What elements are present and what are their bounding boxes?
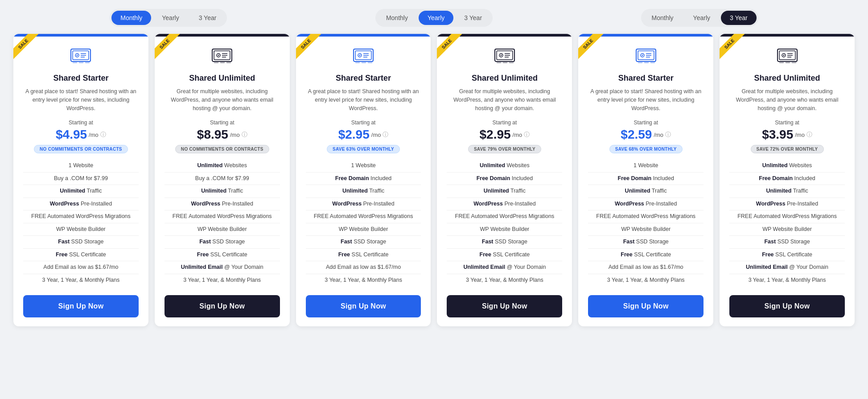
price-unit: /mo	[654, 132, 663, 138]
price-amount: $2.59	[621, 128, 652, 142]
plan-name: Shared Starter	[306, 74, 421, 83]
info-icon[interactable]: ⓘ	[806, 131, 812, 139]
pricing-card-4: Shared Unlimited Great for multiple webs…	[437, 34, 572, 326]
info-icon[interactable]: ⓘ	[242, 131, 247, 139]
pricing-card-5: Shared Starter A great place to start! S…	[578, 34, 713, 326]
feature-item: Free SSL Certificate	[729, 249, 845, 262]
features-list: Unlimited WebsitesBuy a .COM for $7.99Un…	[165, 160, 280, 286]
svg-rect-47	[638, 62, 642, 63]
feature-item: WP Website Builder	[23, 223, 139, 236]
feature-item: Free SSL Certificate	[306, 249, 421, 262]
signup-button-6[interactable]: Sign Up Now	[729, 295, 845, 317]
price-unit: /mo	[371, 132, 381, 138]
feature-item: Free Domain Included	[729, 173, 845, 185]
feature-item: WordPress Pre-Installed	[588, 198, 703, 211]
badge-text: NO COMMITMENTS OR CONTRACTS	[175, 145, 269, 153]
badge-pill: SAVE 72% OVER MONTHLY	[729, 144, 845, 153]
toggle-monthly-3[interactable]: Monthly	[643, 11, 683, 25]
toggle-groups-row: Monthly Yearly 3 Year Monthly Yearly 3 Y…	[9, 9, 859, 27]
plan-desc: A great place to start! Shared hosting w…	[306, 87, 421, 112]
price-unit: /mo	[513, 132, 522, 138]
toggle-3year-1[interactable]: 3 Year	[190, 11, 226, 25]
feature-item: WP Website Builder	[729, 223, 845, 236]
toggle-3year-2[interactable]: 3 Year	[455, 11, 491, 25]
price-row: $3.95 /mo ⓘ	[729, 128, 845, 142]
feature-item: Buy a .COM for $7.99	[23, 173, 139, 185]
info-icon[interactable]: ⓘ	[383, 131, 388, 139]
feature-item: Unlimited Websites	[729, 160, 845, 173]
price-row: $2.59 /mo ⓘ	[588, 128, 703, 142]
svg-point-43	[642, 55, 643, 56]
toggle-yearly-1[interactable]: Yearly	[153, 11, 188, 25]
info-icon[interactable]: ⓘ	[524, 131, 530, 139]
badge-text: SAVE 72% OVER MONTHLY	[751, 145, 824, 153]
sale-badge	[720, 34, 748, 62]
feature-item: FREE Automated WordPress Migrations	[588, 210, 703, 223]
plan-desc: Great for multiple websites, including W…	[447, 87, 562, 112]
card-body: Shared Unlimited Great for multiple webs…	[155, 37, 290, 326]
pricing-card-6: Shared Unlimited Great for multiple webs…	[720, 34, 855, 326]
starting-at-label: Starting at	[588, 119, 703, 126]
signup-button-4[interactable]: Sign Up Now	[447, 295, 562, 317]
sale-badge	[578, 34, 607, 62]
plan-name: Shared Unlimited	[165, 74, 280, 83]
svg-rect-9	[85, 62, 90, 63]
feature-item: Free SSL Certificate	[447, 249, 562, 262]
svg-rect-39	[509, 62, 514, 63]
pricing-card-3: Shared Starter A great place to start! S…	[296, 34, 431, 326]
price-unit: /mo	[230, 132, 240, 138]
feature-item: 1 Website	[588, 160, 703, 173]
feature-item: WP Website Builder	[447, 223, 562, 236]
signup-button-1[interactable]: Sign Up Now	[23, 295, 139, 317]
signup-button-3[interactable]: Sign Up Now	[306, 295, 421, 317]
svg-rect-48	[644, 62, 649, 63]
svg-rect-57	[779, 62, 784, 63]
toggle-yearly-3[interactable]: Yearly	[684, 11, 719, 25]
toggle-monthly-2[interactable]: Monthly	[377, 11, 417, 25]
sale-badge	[155, 34, 183, 62]
feature-item: WP Website Builder	[588, 223, 703, 236]
card-body: Shared Starter A great place to start! S…	[13, 37, 148, 326]
toggle-yearly-2[interactable]: Yearly	[419, 11, 453, 25]
feature-item: Unlimited Email @ Your Domain	[165, 261, 280, 274]
feature-item: 3 Year, 1 Year, & Monthly Plans	[165, 274, 280, 287]
feature-item: 3 Year, 1 Year, & Monthly Plans	[23, 274, 139, 287]
price-amount: $2.95	[480, 128, 511, 142]
toggle-monthly-1[interactable]: Monthly	[111, 11, 151, 25]
feature-item: Free SSL Certificate	[165, 249, 280, 262]
price-row: $4.95 /mo ⓘ	[23, 128, 139, 142]
svg-point-13	[218, 55, 219, 56]
signup-button-2[interactable]: Sign Up Now	[165, 295, 280, 317]
feature-item: 3 Year, 1 Year, & Monthly Plans	[729, 274, 845, 287]
svg-rect-58	[786, 62, 790, 63]
pricing-card-1: Shared Starter A great place to start! S…	[13, 34, 148, 326]
plan-desc: A great place to start! Shared hosting w…	[588, 87, 703, 112]
info-icon[interactable]: ⓘ	[665, 131, 671, 139]
feature-item: FREE Automated WordPress Migrations	[447, 210, 562, 223]
info-icon[interactable]: ⓘ	[100, 131, 106, 139]
starting-at-label: Starting at	[447, 119, 562, 126]
toggle-group-3: Monthly Yearly 3 Year	[641, 9, 758, 27]
feature-item: FREE Automated WordPress Migrations	[306, 210, 421, 223]
toggle-3year-3[interactable]: 3 Year	[721, 11, 757, 25]
feature-item: Fast SSD Storage	[306, 236, 421, 249]
sale-badge	[296, 34, 325, 62]
svg-rect-29	[368, 62, 372, 63]
badge-text: SAVE 68% OVER MONTHLY	[609, 145, 683, 153]
toggle-group-2: Monthly Yearly 3 Year	[375, 9, 493, 27]
feature-item: Free Domain Included	[588, 173, 703, 185]
starting-at-label: Starting at	[306, 119, 421, 126]
svg-rect-18	[220, 62, 225, 63]
signup-button-5[interactable]: Sign Up Now	[588, 295, 703, 317]
plan-name: Shared Starter	[23, 74, 139, 83]
toggle-group-1: Monthly Yearly 3 Year	[110, 9, 227, 27]
price-amount: $3.95	[762, 128, 793, 142]
feature-item: WordPress Pre-Installed	[306, 198, 421, 211]
feature-item: Unlimited Traffic	[165, 185, 280, 198]
feature-item: Free SSL Certificate	[23, 249, 139, 262]
starting-at-label: Starting at	[165, 119, 280, 126]
feature-item: WordPress Pre-Installed	[23, 198, 139, 211]
feature-item: Unlimited Websites	[447, 160, 562, 173]
badge-pill: NO COMMITMENTS OR CONTRACTS	[23, 144, 139, 153]
feature-item: Add Email as low as $1.67/mo	[23, 261, 139, 274]
